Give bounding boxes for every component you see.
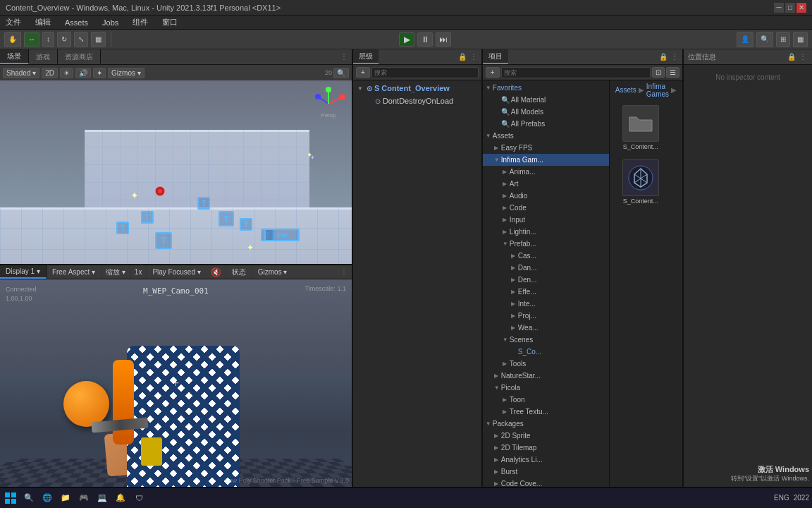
- search-taskbar[interactable]: 🔍: [21, 490, 37, 506]
- tree-packages[interactable]: ▼ Packages: [483, 418, 609, 430]
- tree-2d-tilemap[interactable]: ▶ 2D Tilemap: [483, 442, 609, 454]
- tree-effe[interactable]: ▶ Effe...: [483, 286, 609, 298]
- unity-taskbar-icon[interactable]: 🎮: [76, 490, 92, 506]
- rect-tool[interactable]: ⤡: [74, 32, 88, 47]
- tree-inte[interactable]: ▶ Inte...: [483, 298, 609, 310]
- rotate-tool[interactable]: ↕: [42, 32, 54, 47]
- account-button[interactable]: 👤: [737, 32, 753, 47]
- tree-s-co[interactable]: S_Co...: [483, 346, 609, 358]
- asset-item-1[interactable]: S_Content...: [618, 103, 663, 153]
- tree-analytics[interactable]: ▶ Analytics Li...: [483, 454, 609, 466]
- breadcrumb-assets[interactable]: Assets: [615, 86, 636, 94]
- project-options[interactable]: ⋮: [670, 52, 679, 62]
- tree-proj[interactable]: ▶ Proj...: [483, 310, 609, 322]
- tree-all-materials[interactable]: 🔍 All Material: [483, 94, 609, 106]
- scale-tool[interactable]: ↻: [57, 32, 71, 47]
- transform-tool[interactable]: ▦: [91, 32, 106, 47]
- tree-wea[interactable]: ▶ Wea...: [483, 322, 609, 334]
- hier-content-overview[interactable]: ▼ ⊙ S Content_Overview: [353, 82, 481, 95]
- hierarchy-add[interactable]: +: [356, 67, 370, 78]
- play-button[interactable]: ▶: [399, 32, 414, 47]
- asset-item-2[interactable]: S_Content...: [618, 157, 663, 207]
- tree-scenes[interactable]: ▼ Scenes: [483, 334, 609, 346]
- tree-easy-fps[interactable]: ▶ Easy FPS: [483, 142, 609, 154]
- tree-code-cover[interactable]: ▶ Code Cove...: [483, 478, 609, 487]
- breadcrumb-infima[interactable]: Infima Games: [646, 83, 669, 98]
- tree-all-prefabs[interactable]: 🔍 All Prefabs: [483, 118, 609, 130]
- project-search[interactable]: [501, 67, 651, 78]
- tree-naturestar[interactable]: ▶ NatureStar...: [483, 370, 609, 382]
- tree-toon[interactable]: ▶ Toon: [483, 394, 609, 406]
- game-panel-options[interactable]: ⋮: [339, 267, 349, 277]
- tree-infima-games[interactable]: ▼ Infima Gam...: [483, 154, 609, 166]
- tree-tools[interactable]: ▶ Tools: [483, 358, 609, 370]
- project-tab[interactable]: 项目: [483, 49, 508, 64]
- display-select[interactable]: Display 1 ▾: [0, 265, 47, 279]
- 2d-mode[interactable]: 2D: [42, 68, 58, 78]
- move-tool[interactable]: ↔: [24, 32, 39, 47]
- step-button[interactable]: ⏭: [436, 32, 451, 47]
- aspect-select[interactable]: Free Aspect ▾: [47, 265, 102, 279]
- tree-favorites[interactable]: ▼ Favorites: [483, 82, 609, 94]
- tree-code[interactable]: ▶ Code: [483, 202, 609, 214]
- inspector-lock[interactable]: 🔒: [787, 52, 796, 62]
- scene-canvas[interactable]: T T T T T T T T T T Cot ✦ ✦ ✦ ✦ ✦ ✦ ✦: [0, 80, 352, 264]
- layers-button[interactable]: ⊞: [776, 32, 790, 47]
- tree-cas[interactable]: ▶ Cas...: [483, 250, 609, 262]
- project-view[interactable]: ☰: [666, 67, 679, 78]
- layout-button[interactable]: ▦: [793, 32, 808, 47]
- tree-tree-texture[interactable]: ▶ Tree Textu...: [483, 406, 609, 418]
- tree-audio[interactable]: ▶ Audio: [483, 190, 609, 202]
- play-focused[interactable]: Play Focused ▾: [146, 265, 206, 279]
- tree-burst[interactable]: ▶ Burst: [483, 466, 609, 478]
- menu-file[interactable]: 文件: [3, 17, 24, 28]
- menu-window[interactable]: 窗口: [159, 17, 180, 28]
- search-button[interactable]: 🔍: [756, 32, 773, 47]
- scene-gizmos[interactable]: Gizmos ▾: [108, 68, 144, 78]
- tree-art[interactable]: ▶ Art: [483, 178, 609, 190]
- game-tab[interactable]: 游戏: [29, 49, 58, 64]
- antivirus-icon[interactable]: 🛡: [131, 490, 147, 506]
- menu-component[interactable]: 组件: [130, 17, 151, 28]
- hierarchy-options[interactable]: ⋮: [469, 52, 479, 62]
- menu-jobs[interactable]: Jobs: [99, 18, 121, 27]
- tree-2d-sprite[interactable]: ▶ 2D Sprite: [483, 430, 609, 442]
- hier-dont-destroy[interactable]: ⊙ DontDestroyOnLoad: [353, 95, 481, 107]
- hierarchy-search[interactable]: [371, 67, 479, 78]
- hierarchy-lock[interactable]: 🔒: [457, 52, 467, 62]
- assetstore-tab[interactable]: 资源商店: [58, 49, 101, 64]
- tree-prefabs[interactable]: ▼ Prefab...: [483, 238, 609, 250]
- menu-edit[interactable]: 编辑: [32, 17, 54, 28]
- scale-select[interactable]: 缩放 ▾: [102, 265, 130, 279]
- close-button[interactable]: ✕: [796, 3, 806, 13]
- stats-btn[interactable]: 状态: [226, 265, 252, 279]
- fx-btn[interactable]: ✦: [93, 68, 106, 78]
- mute-btn[interactable]: 🔇: [207, 267, 226, 277]
- tree-picola[interactable]: ▼ Picola: [483, 382, 609, 394]
- scene-tab[interactable]: 场景: [0, 49, 29, 64]
- audio-btn[interactable]: 🔊: [75, 68, 91, 78]
- browser-icon[interactable]: 🌐: [39, 490, 55, 506]
- tree-input[interactable]: ▶ Input: [483, 214, 609, 226]
- hand-tool[interactable]: ✋: [4, 32, 21, 47]
- project-lock[interactable]: 🔒: [658, 52, 668, 62]
- shading-mode[interactable]: Shaded ▾: [3, 68, 39, 78]
- project-add[interactable]: +: [486, 67, 500, 78]
- project-filter[interactable]: ⊡: [652, 67, 665, 78]
- tree-dan[interactable]: ▶ Dan...: [483, 262, 609, 274]
- tree-lighting[interactable]: ▶ Lightin...: [483, 226, 609, 238]
- notification-icon[interactable]: 🔔: [113, 490, 128, 506]
- scene-panel-options[interactable]: ⋮: [339, 52, 349, 62]
- tree-den[interactable]: ▶ Den...: [483, 274, 609, 286]
- tree-all-models[interactable]: 🔍 All Models: [483, 106, 609, 118]
- menu-assets[interactable]: Assets: [62, 18, 91, 27]
- start-button[interactable]: [3, 490, 18, 506]
- inspector-options[interactable]: ⋮: [798, 52, 808, 62]
- game-canvas[interactable]: Connected1.00,1.00 M_WEP_Camo_001 Timesc…: [0, 279, 352, 487]
- maximize-button[interactable]: □: [785, 3, 795, 13]
- tree-assets[interactable]: ▼ Assets: [483, 130, 609, 142]
- lighting-btn[interactable]: ☀: [60, 68, 73, 78]
- rider-icon[interactable]: 💻: [94, 490, 110, 506]
- scene-search[interactable]: 🔍: [333, 68, 349, 78]
- tree-anima[interactable]: ▶ Anima...: [483, 166, 609, 178]
